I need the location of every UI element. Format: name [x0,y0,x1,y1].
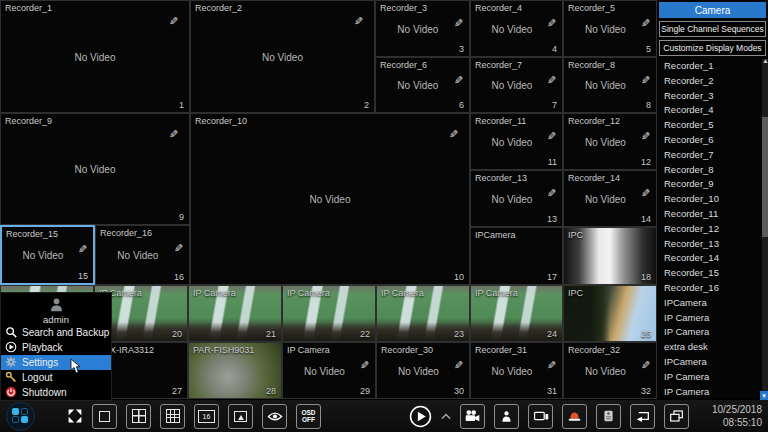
edit-camera-icon[interactable]: ✎ [78,243,87,256]
camera-tile-ch21[interactable]: IP Camera21 [188,285,282,342]
edit-camera-icon[interactable]: ✎ [641,130,650,143]
edit-camera-icon[interactable]: ✎ [449,128,458,141]
layout-nine-button[interactable] [160,404,185,429]
preview-check-button[interactable] [262,404,287,429]
camera-list-item[interactable]: Recorder_15 [657,266,768,281]
camera-list-item[interactable]: IP Camera [657,325,768,340]
camera-list-item[interactable]: extra desk [657,340,768,355]
camera-tile-ch13[interactable]: Recorder_13No Video✎13 [470,170,563,227]
menu-item-search-and-backup[interactable]: Search and Backup [1,325,111,340]
camera-tile-ch4[interactable]: Recorder_4No Video✎4 [470,0,563,57]
camera-tile-ch31[interactable]: Recorder_31No Video✎31 [470,342,563,399]
camera-tile-ch23[interactable]: IP Camera23 [376,285,470,342]
edit-camera-icon[interactable]: ✎ [454,17,463,30]
manual-alarm-button[interactable] [562,404,587,429]
camera-tile-ch16[interactable]: Recorder_16No Video✎16 [95,225,190,285]
osd-toggle-button[interactable]: OSD OFF [296,404,321,429]
menu-item-playback[interactable]: Playback [1,340,111,355]
camera-tile-ch15[interactable]: Recorder_15No Video✎15 [0,225,95,285]
storage-button[interactable] [596,404,621,429]
edit-camera-icon[interactable]: ✎ [547,187,556,200]
edit-camera-icon[interactable]: ✎ [454,74,463,87]
camera-list-item[interactable]: Recorder_11 [657,207,768,222]
camera-tile-ch28[interactable]: PAR-FISH903128 [188,342,282,399]
camera-tile-ch11[interactable]: Recorder_11No Video✎11 [470,113,563,170]
layout-single-button[interactable] [92,404,117,429]
scroll-down-icon[interactable]: ▼ [760,391,768,400]
camera-tile-ch12[interactable]: Recorder_12No Video✎12 [563,113,657,170]
camera-list-item[interactable]: Recorder_3 [657,89,768,104]
edit-camera-icon[interactable]: ✎ [454,359,463,372]
camera-list-item[interactable]: Recorder_6 [657,133,768,148]
camera-tile-ch5[interactable]: Recorder_5No Video✎5 [563,0,657,57]
camera-tile-ch29[interactable]: IP CameraNo Video✎29 [282,342,376,399]
camera-tile-ch32[interactable]: Recorder_32No Video✎32 [563,342,657,399]
snapshot-button[interactable] [494,404,519,429]
edit-camera-icon[interactable]: ✎ [641,74,650,87]
camera-list-item[interactable]: IPCamera [657,355,768,370]
edit-camera-icon[interactable]: ✎ [174,242,183,255]
sequence-button[interactable] [630,404,655,429]
camera-list-item[interactable]: IP Camera [657,311,768,326]
camera-tile-ch7[interactable]: Recorder_7No Video✎7 [470,57,563,113]
camera-tile-ch10[interactable]: Recorder_10No Video✎10 [190,113,470,285]
play-all-button[interactable] [409,405,432,428]
expand-playbar-button[interactable] [441,413,451,420]
app-logo-button[interactable] [6,402,35,431]
layout-quad-button[interactable] [126,404,151,429]
menu-item-shutdown[interactable]: Shutdown [1,385,111,400]
camera-list-item[interactable]: Recorder_12 [657,222,768,237]
scroll-up-icon[interactable]: ▲ [762,59,768,64]
camera-tile-ch25[interactable]: IPC25 [563,285,657,342]
edit-camera-icon[interactable]: ✎ [547,130,556,143]
edit-camera-icon[interactable]: ✎ [547,74,556,87]
camera-tile-ch9[interactable]: Recorder_9No Video✎9 [0,113,190,225]
camera-list-item[interactable]: Recorder_1 [657,59,768,74]
scrollbar-thumb[interactable] [762,117,768,237]
camera-list-item[interactable]: Recorder_9 [657,177,768,192]
edit-camera-icon[interactable]: ✎ [641,17,650,30]
edit-camera-icon[interactable]: ✎ [360,359,369,372]
edit-camera-icon[interactable]: ✎ [354,15,363,28]
camera-tile-ch8[interactable]: Recorder_8No Video✎8 [563,57,657,113]
manual-record-button[interactable] [460,404,485,429]
camera-list-item[interactable]: Recorder_8 [657,163,768,178]
fullscreen-button[interactable] [67,408,83,424]
layout-custom-button[interactable] [228,404,253,429]
camera-tile-ch1[interactable]: Recorder_1No Video✎1 [0,0,190,113]
camera-list-item[interactable]: Recorder_2 [657,74,768,89]
talk-button[interactable] [528,404,553,429]
edit-camera-icon[interactable]: ✎ [547,359,556,372]
camera-list-item[interactable]: Recorder_14 [657,251,768,266]
camera-tile-ch14[interactable]: Recorder_14No Video✎14 [563,170,657,227]
camera-tile-ch18[interactable]: IPC18 [563,227,657,285]
camera-list-item[interactable]: IP Camera [657,385,768,400]
camera-tile-ch30[interactable]: Recorder_30No Video✎30 [376,342,470,399]
camera-tile-ch6[interactable]: Recorder_6No Video✎6 [375,57,470,113]
camera-list-scrollbar[interactable] [762,59,768,400]
camera-list-item[interactable]: Recorder_16 [657,281,768,296]
edit-camera-icon[interactable]: ✎ [641,187,650,200]
camera-list-item[interactable]: Recorder_4 [657,103,768,118]
sidebar-tab-camera[interactable]: Camera [659,2,766,18]
camera-list-item[interactable]: Recorder_10 [657,192,768,207]
customize-display-modes-button[interactable]: Customize Display Modes [659,40,766,56]
single-channel-sequences-button[interactable]: Single Channel Sequences [659,21,766,37]
edit-camera-icon[interactable]: ✎ [169,15,178,28]
edit-camera-icon[interactable]: ✎ [641,359,650,372]
menu-item-logout[interactable]: Logout [1,370,111,385]
camera-list-item[interactable]: IP Camera [657,370,768,385]
camera-list-item[interactable]: IPCamera [657,296,768,311]
camera-tile-ch17[interactable]: IPCamera17 [470,227,563,285]
camera-list-item[interactable]: Recorder_5 [657,118,768,133]
camera-tile-ch22[interactable]: IP Camera22 [282,285,376,342]
camera-tile-ch2[interactable]: Recorder_2No Video✎2 [190,0,375,113]
camera-tile-ch3[interactable]: Recorder_3No Video✎3 [375,0,470,57]
edit-camera-icon[interactable]: ✎ [547,17,556,30]
edit-camera-icon[interactable]: ✎ [169,128,178,141]
camera-list-item[interactable]: Recorder_13 [657,237,768,252]
camera-tile-ch24[interactable]: IP Camera24 [470,285,563,342]
camera-list-item[interactable]: Recorder_7 [657,148,768,163]
menu-item-settings[interactable]: Settings [1,355,111,370]
layout-sixteen-button[interactable]: 16 [194,404,219,429]
